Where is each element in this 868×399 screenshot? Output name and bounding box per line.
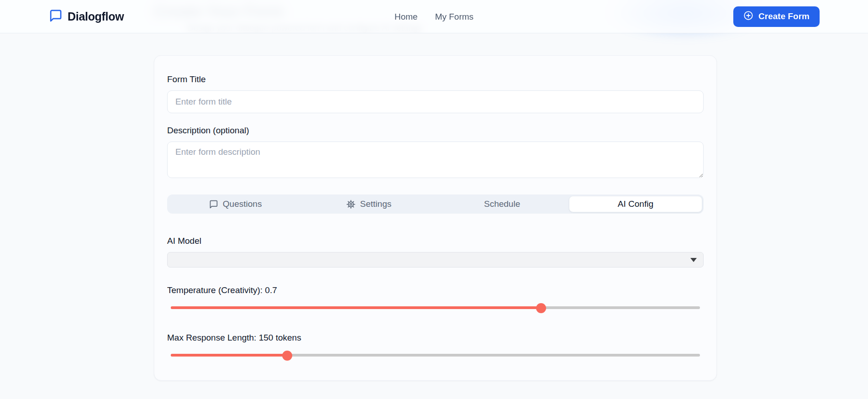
tab-ai-config[interactable]: AI Config xyxy=(569,196,702,212)
max-length-slider-thumb[interactable] xyxy=(282,351,292,361)
plus-circle-icon xyxy=(743,10,753,23)
create-form-button-label: Create Form xyxy=(758,11,810,21)
ai-model-label: AI Model xyxy=(167,236,704,246)
tab-schedule[interactable]: Schedule xyxy=(436,196,569,212)
brand[interactable]: Dialogflow xyxy=(48,9,124,25)
form-title-label: Form Title xyxy=(167,74,704,84)
tab-bar: Questions Settings Schedul xyxy=(167,194,704,214)
temperature-label: Temperature (Creativity): 0.7 xyxy=(167,285,704,295)
dropdown-arrow-icon xyxy=(690,258,697,262)
navbar: Dialogflow Home My Forms Create Form xyxy=(0,0,868,33)
max-length-slider-fill xyxy=(171,354,287,357)
tab-questions-label: Questions xyxy=(223,199,262,209)
tab-questions[interactable]: Questions xyxy=(168,196,302,212)
tab-settings[interactable]: Settings xyxy=(302,196,435,212)
nav-link-my-forms[interactable]: My Forms xyxy=(435,12,473,22)
nav-link-home[interactable]: Home xyxy=(395,12,418,22)
chat-bubble-logo-icon xyxy=(48,9,63,25)
description-label: Description (optional) xyxy=(167,125,704,136)
temperature-slider-thumb[interactable] xyxy=(536,303,546,313)
tab-ai-config-label: AI Config xyxy=(618,199,653,209)
max-length-slider[interactable] xyxy=(171,351,700,360)
temperature-slider[interactable] xyxy=(171,303,700,312)
form-builder-card: Form Title Description (optional) Questi… xyxy=(154,55,717,381)
tab-settings-label: Settings xyxy=(360,199,392,209)
create-form-button[interactable]: Create Form xyxy=(733,6,820,27)
gear-icon xyxy=(346,200,356,209)
tab-schedule-label: Schedule xyxy=(484,199,520,209)
temperature-slider-fill xyxy=(171,306,541,309)
ai-model-select[interactable] xyxy=(167,252,704,268)
chat-bubble-icon xyxy=(209,200,218,209)
form-title-input[interactable] xyxy=(167,90,704,113)
description-textarea[interactable] xyxy=(167,142,704,178)
brand-name: Dialogflow xyxy=(68,10,124,23)
max-length-label: Max Response Length: 150 tokens xyxy=(167,332,704,343)
